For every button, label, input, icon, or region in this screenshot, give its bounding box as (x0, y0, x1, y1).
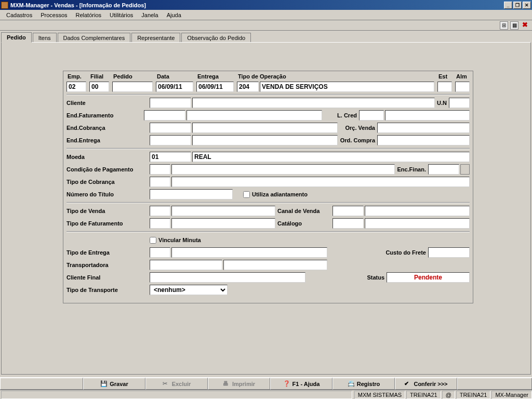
input-pedido[interactable] (112, 82, 153, 92)
select-tipo-transporte[interactable]: <nenhum> (150, 285, 228, 295)
hdr-est: Est (437, 73, 452, 82)
lbl-un: U.N (435, 100, 449, 106)
btn-imprimir[interactable]: 🖶Imprimir (208, 378, 270, 390)
input-filial[interactable] (89, 82, 109, 92)
chk-vincular-minuta[interactable] (150, 237, 156, 244)
input-tipofat-desc[interactable] (171, 218, 275, 229)
input-catalogo-desc[interactable] (365, 218, 470, 229)
input-entrega[interactable] (196, 82, 234, 92)
status-user2: TREINA21 (456, 391, 491, 399)
close-module-icon[interactable]: ✖ (521, 21, 529, 30)
input-data[interactable] (156, 82, 193, 92)
input-cliente-code[interactable] (150, 98, 191, 108)
input-alm[interactable] (455, 82, 470, 92)
hdr-entrega: Entrega (196, 73, 234, 82)
lbl-end-fat: End.Faturamento (66, 112, 144, 118)
input-est[interactable] (437, 82, 452, 92)
input-tipoentrega-desc[interactable] (171, 247, 327, 258)
btn-gravar[interactable]: 💾Gravar (83, 378, 145, 390)
input-canal-code[interactable] (332, 206, 364, 216)
lbl-tipo-fat: Tipo de Faturamento (66, 220, 150, 227)
input-lcred-2[interactable] (385, 110, 470, 121)
btn-registro[interactable]: 📇Registro (332, 378, 395, 390)
hdr-pedido: Pedido (112, 73, 153, 82)
input-condpag-code[interactable] (150, 164, 170, 175)
app-icon (1, 2, 8, 9)
input-ord-compra[interactable] (377, 135, 470, 145)
input-canal-desc[interactable] (365, 206, 470, 216)
hdr-emp: Emp. (66, 73, 86, 82)
input-transp-code[interactable] (150, 260, 222, 270)
input-orc-venda[interactable] (377, 123, 470, 133)
status-app: MX-Manager (491, 391, 532, 399)
lbl-canal-venda: Canal de Venda (275, 208, 332, 214)
input-condpag-desc[interactable] (171, 164, 395, 175)
input-tipo-op-code[interactable] (237, 82, 259, 92)
lbl-custo-frete: Custo do Frete (327, 249, 428, 256)
calendar-icon[interactable]: ▦ (510, 21, 518, 30)
input-cliente-desc[interactable] (192, 98, 435, 108)
input-emp[interactable] (66, 82, 86, 92)
menu-relatorios[interactable]: Relatórios (72, 11, 106, 19)
tab-dados-complementares[interactable]: Dados Complementares (58, 33, 131, 43)
minimize-button[interactable]: _ (504, 2, 512, 9)
tab-representante[interactable]: Representante (131, 33, 180, 43)
tab-observacao[interactable]: Observação do Pedido (181, 33, 251, 43)
input-lcred-1[interactable] (359, 110, 384, 121)
input-endent-desc[interactable] (192, 135, 338, 145)
input-tipoentrega-code[interactable] (150, 247, 170, 258)
lbl-moeda: Moeda (66, 154, 150, 160)
chk-utiliza-adiant[interactable] (243, 191, 250, 198)
input-tipovenda-desc[interactable] (171, 206, 275, 216)
status-user1: TREINA21 (406, 391, 441, 399)
input-endfat-code[interactable] (144, 110, 185, 121)
lbl-enc-finan: Enc.Finan. (395, 166, 428, 172)
input-tipofat-code[interactable] (150, 218, 170, 229)
hdr-filial: Filial (89, 73, 109, 82)
input-catalogo-code[interactable] (332, 218, 364, 229)
calculator-icon[interactable]: ⊞ (500, 21, 508, 30)
input-moeda-desc[interactable] (192, 152, 470, 162)
menu-cadastros[interactable]: Cadastros (2, 11, 36, 19)
status-company: MXM SISTEMAS (354, 391, 405, 399)
maximize-button[interactable]: ❐ (513, 2, 522, 9)
input-status (387, 272, 470, 283)
hdr-alm: Alm (455, 73, 470, 82)
lbl-vincular-minuta: Vincular Minuta (158, 237, 201, 243)
tab-strip: Pedido Itens Dados Complementares Repres… (0, 31, 532, 42)
input-cliente-final[interactable] (150, 272, 305, 283)
form-pedido: Emp. Filial Pedido Data Entrega Tipo de … (63, 71, 473, 303)
input-transp-desc[interactable] (223, 260, 327, 270)
input-un[interactable] (449, 98, 470, 108)
close-button[interactable]: ✕ (523, 2, 531, 9)
input-endcob-desc[interactable] (192, 123, 338, 133)
menu-janela[interactable]: Janela (137, 11, 162, 19)
tab-pedido[interactable]: Pedido (1, 32, 32, 43)
delete-icon: ✂ (163, 380, 170, 388)
input-enc-finan[interactable] (428, 164, 459, 175)
status-bar: MXM SISTEMAS TREINA21 @ TREINA21 MX-Mana… (0, 390, 532, 399)
input-tipo-op-desc[interactable] (260, 82, 434, 92)
input-endcob-code[interactable] (150, 123, 191, 133)
lbl-end-ent: End.Entrega (66, 137, 150, 143)
tab-itens[interactable]: Itens (33, 33, 57, 43)
lbl-utiliza-adiant: Utiliza adiantamento (252, 191, 308, 197)
input-endfat-desc[interactable] (187, 110, 322, 121)
menu-ajuda[interactable]: Ajuda (163, 11, 185, 19)
lbl-lcred: L. Cred (322, 112, 359, 118)
btn-ajuda[interactable]: ❓F1 - Ajuda (270, 378, 332, 390)
input-tipovenda-code[interactable] (150, 206, 170, 216)
input-moeda-code[interactable] (150, 152, 191, 162)
input-endent-code[interactable] (150, 135, 191, 145)
input-custo-frete[interactable] (428, 247, 470, 258)
input-num-titulo[interactable] (150, 189, 233, 200)
check-icon: ✔ (404, 380, 411, 388)
input-tipocob-desc[interactable] (171, 177, 470, 187)
lbl-cond-pag: Condição de Pagamento (66, 166, 150, 172)
menu-utilitarios[interactable]: Utilitários (105, 11, 137, 19)
btn-conferir[interactable]: ✔Conferir >>> (395, 378, 457, 390)
menu-processos[interactable]: Processos (36, 11, 71, 19)
input-tipocob-code[interactable] (150, 177, 170, 187)
enc-finan-button[interactable] (460, 164, 470, 175)
btn-excluir[interactable]: ✂Excluir (145, 378, 208, 390)
